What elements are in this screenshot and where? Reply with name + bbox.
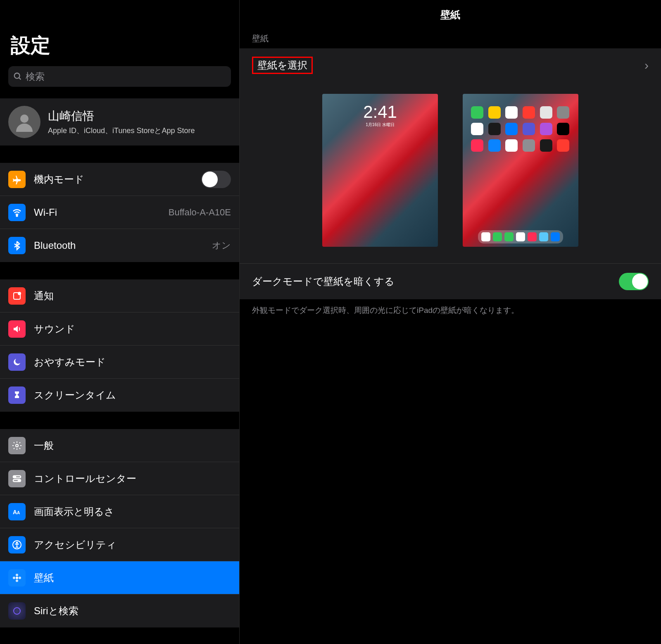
sidebar-item-screentime[interactable]: スクリーンタイム — [0, 379, 239, 412]
search-icon — [13, 72, 22, 81]
svg-point-20 — [14, 608, 20, 614]
sidebar-item-label: スクリーンタイム — [34, 389, 231, 402]
choose-wallpaper-label: 壁紙を選択 — [252, 57, 313, 74]
sidebar-item-notifications[interactable]: 通知 — [0, 279, 239, 312]
sidebar-item-bluetooth[interactable]: Bluetooth オン — [0, 229, 239, 262]
toggles-icon — [8, 470, 26, 487]
wifi-value: Buffalo-A-A10E — [169, 207, 231, 218]
sidebar-item-label: サウンド — [34, 322, 231, 336]
sidebar-item-display[interactable]: AA 画面表示と明るさ — [0, 495, 239, 528]
bluetooth-value: オン — [212, 239, 231, 252]
home-screen-preview[interactable] — [463, 94, 578, 247]
profile-row[interactable]: 山崎信悟 Apple ID、iCloud、iTunes StoreとApp St… — [0, 98, 239, 145]
airplane-icon — [8, 171, 26, 188]
airplane-toggle[interactable] — [201, 171, 231, 188]
svg-point-2 — [20, 114, 29, 123]
lock-time: 2:41 — [322, 102, 438, 122]
dock — [478, 230, 563, 243]
svg-line-1 — [19, 78, 21, 80]
sidebar-item-label: Wi-Fi — [34, 207, 160, 218]
sidebar-item-sounds[interactable]: サウンド — [0, 312, 239, 346]
svg-point-19 — [19, 577, 21, 579]
footer-note: 外観モードでダーク選択時、周囲の光に応じてiPadの壁紙が暗くなります。 — [240, 299, 661, 322]
sidebar-group-2: 通知 サウンド おやすみモード スクリーンタイム — [0, 279, 239, 412]
sidebar-group-1: 機内モード Wi-Fi Buffalo-A-A10E Bluetooth オン — [0, 163, 239, 262]
sidebar-item-wifi[interactable]: Wi-Fi Buffalo-A-A10E — [0, 196, 239, 229]
dim-wallpaper-row: ダークモードで壁紙を暗くする — [240, 264, 661, 299]
wifi-icon — [8, 204, 26, 221]
sidebar-item-label: コントロールセンター — [34, 472, 231, 485]
wallpaper-previews: 2:41 1月16日 水曜日 — [240, 82, 661, 264]
main-panel: 壁紙 壁紙 壁紙を選択 › 2:41 1月16日 水曜日 — [240, 0, 661, 644]
dim-wallpaper-label: ダークモードで壁紙を暗くする — [252, 275, 395, 288]
profile-subtitle: Apple ID、iCloud、iTunes StoreとApp Store — [48, 126, 195, 136]
sidebar-item-label: 一般 — [34, 439, 231, 452]
sidebar-item-label: 画面表示と明るさ — [34, 505, 231, 518]
profile-name: 山崎信悟 — [48, 108, 195, 124]
notifications-icon — [8, 287, 26, 305]
svg-point-3 — [17, 215, 18, 216]
svg-text:A: A — [17, 510, 20, 515]
search-wrap: 検索 — [0, 66, 239, 98]
sidebar-group-3: 一般 コントロールセンター AA 画面表示と明るさ アクセシビリティ 壁紙 Si… — [0, 429, 239, 627]
siri-icon — [8, 602, 26, 620]
sidebar-item-control[interactable]: コントロールセンター — [0, 462, 239, 495]
page-title: 壁紙 — [240, 0, 661, 33]
dim-wallpaper-toggle[interactable] — [619, 273, 649, 290]
svg-point-17 — [16, 580, 18, 582]
sidebar-item-general[interactable]: 一般 — [0, 429, 239, 462]
chevron-right-icon: › — [644, 58, 649, 72]
hourglass-icon — [8, 386, 26, 404]
svg-point-14 — [17, 542, 18, 543]
sidebar-item-wallpaper[interactable]: 壁紙 — [0, 561, 239, 594]
gear-icon — [8, 437, 26, 454]
svg-point-9 — [14, 476, 16, 477]
sidebar-item-label: おやすみモード — [34, 355, 231, 369]
svg-point-10 — [18, 479, 20, 481]
moon-icon — [8, 353, 26, 371]
text-size-icon: AA — [8, 503, 26, 520]
svg-point-16 — [16, 574, 18, 576]
sidebar-item-dnd[interactable]: おやすみモード — [0, 346, 239, 379]
sidebar-item-label: 通知 — [34, 289, 231, 303]
wallpaper-panel: 壁紙を選択 › 2:41 1月16日 水曜日 — [240, 48, 661, 299]
bluetooth-icon — [8, 237, 26, 254]
sidebar-item-label: アクセシビリティ — [34, 538, 231, 551]
search-placeholder: 検索 — [26, 70, 45, 83]
sidebar-item-siri[interactable]: Siriと検索 — [0, 594, 239, 627]
svg-point-6 — [16, 444, 18, 447]
lock-date: 1月16日 水曜日 — [322, 122, 438, 128]
sidebar-item-airplane[interactable]: 機内モード — [0, 163, 239, 196]
accessibility-icon — [8, 536, 26, 553]
sidebar-item-accessibility[interactable]: アクセシビリティ — [0, 528, 239, 561]
avatar — [8, 106, 40, 138]
sidebar-title: 設定 — [0, 0, 239, 66]
sidebar-item-label: 機内モード — [34, 173, 193, 186]
settings-sidebar: 設定 検索 山崎信悟 Apple ID、iCloud、iTunes Storeと… — [0, 0, 240, 644]
svg-text:A: A — [13, 509, 17, 515]
sounds-icon — [8, 320, 26, 338]
sidebar-item-label: Siriと検索 — [34, 604, 231, 618]
lock-screen-preview[interactable]: 2:41 1月16日 水曜日 — [322, 94, 438, 247]
choose-wallpaper-row[interactable]: 壁紙を選択 › — [240, 48, 661, 82]
svg-point-18 — [13, 577, 15, 579]
search-input[interactable]: 検索 — [8, 66, 231, 87]
flower-icon — [8, 569, 26, 587]
sidebar-item-label: 壁紙 — [34, 571, 231, 584]
svg-point-15 — [16, 577, 18, 579]
section-label: 壁紙 — [240, 33, 661, 48]
svg-point-5 — [18, 292, 21, 295]
sidebar-item-label: Bluetooth — [34, 240, 204, 251]
svg-point-0 — [14, 73, 20, 79]
